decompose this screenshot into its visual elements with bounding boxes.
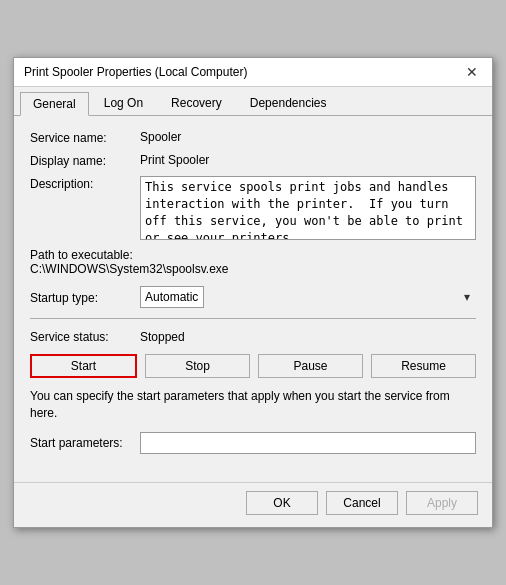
description-label: Description: — [30, 176, 140, 191]
tab-general[interactable]: General — [20, 92, 89, 116]
path-value: C:\WINDOWS\System32\spoolsv.exe — [30, 262, 476, 276]
footer: OK Cancel Apply — [14, 482, 492, 527]
tab-bar: General Log On Recovery Dependencies — [14, 87, 492, 116]
startup-select-wrapper: Automatic Manual Disabled — [140, 286, 476, 308]
tab-logon[interactable]: Log On — [91, 91, 156, 115]
description-row: Description: — [30, 176, 476, 240]
pause-button[interactable]: Pause — [258, 354, 363, 378]
tab-content: Service name: Spooler Display name: Prin… — [14, 116, 492, 482]
path-label: Path to executable: — [30, 248, 476, 262]
start-button[interactable]: Start — [30, 354, 137, 378]
cancel-button[interactable]: Cancel — [326, 491, 398, 515]
divider — [30, 318, 476, 319]
display-name-value: Print Spooler — [140, 153, 209, 167]
apply-button[interactable]: Apply — [406, 491, 478, 515]
window-title: Print Spooler Properties (Local Computer… — [24, 65, 247, 79]
startup-row: Startup type: Automatic Manual Disabled — [30, 286, 476, 308]
status-label: Service status: — [30, 329, 140, 344]
start-params-input[interactable] — [140, 432, 476, 454]
tab-dependencies[interactable]: Dependencies — [237, 91, 340, 115]
start-params-row: Start parameters: — [30, 432, 476, 454]
main-window: Print Spooler Properties (Local Computer… — [13, 57, 493, 528]
service-name-value: Spooler — [140, 130, 181, 144]
ok-button[interactable]: OK — [246, 491, 318, 515]
title-bar: Print Spooler Properties (Local Computer… — [14, 58, 492, 87]
path-section: Path to executable: C:\WINDOWS\System32\… — [30, 248, 476, 276]
display-name-label: Display name: — [30, 153, 140, 168]
resume-button[interactable]: Resume — [371, 354, 476, 378]
service-control-buttons: Start Stop Pause Resume — [30, 354, 476, 378]
startup-label: Startup type: — [30, 290, 140, 305]
service-name-label: Service name: — [30, 130, 140, 145]
info-text: You can specify the start parameters tha… — [30, 388, 476, 422]
status-row: Service status: Stopped — [30, 329, 476, 344]
description-textarea[interactable] — [140, 176, 476, 240]
close-button[interactable]: ✕ — [462, 64, 482, 80]
service-name-row: Service name: Spooler — [30, 130, 476, 145]
display-name-row: Display name: Print Spooler — [30, 153, 476, 168]
stop-button[interactable]: Stop — [145, 354, 250, 378]
status-value: Stopped — [140, 330, 185, 344]
start-params-label: Start parameters: — [30, 435, 140, 450]
tab-recovery[interactable]: Recovery — [158, 91, 235, 115]
startup-select[interactable]: Automatic Manual Disabled — [140, 286, 204, 308]
